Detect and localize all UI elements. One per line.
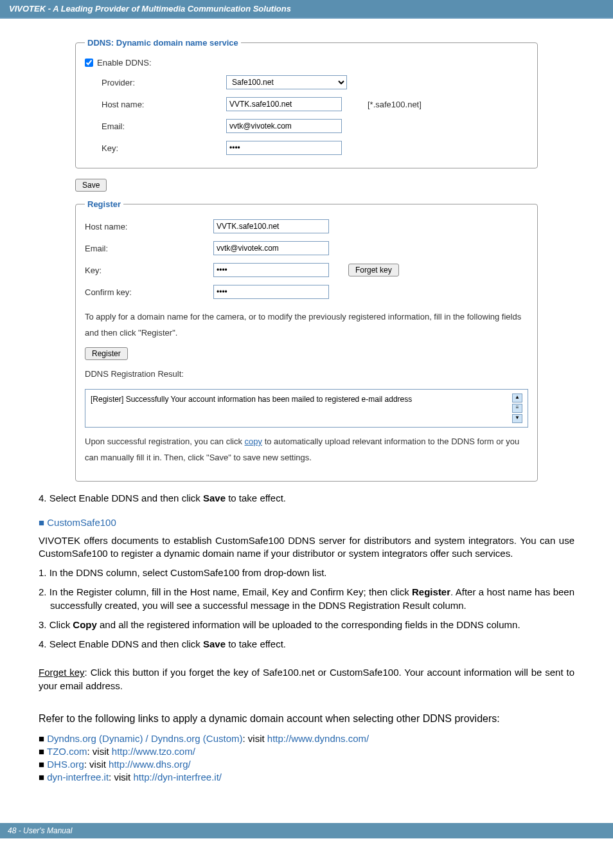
provider-item-dyninterfree: ■ dyn-interfree.it: visit http://dyn-int…	[39, 771, 574, 784]
provider-visit: : visit	[243, 733, 267, 744]
step3: 3. Click Copy and all the registered inf…	[39, 619, 574, 631]
step3b: and all the registered information will …	[97, 619, 520, 630]
email-label: Email:	[85, 122, 226, 131]
reg-email-input[interactable]	[213, 241, 329, 255]
hostname-label: Host name:	[85, 100, 226, 109]
provider-row: Provider: Safe100.net	[85, 71, 528, 93]
step4-top: 4. Select Enable DDNS and then click Sav…	[39, 492, 574, 505]
reg-confirm-input[interactable]	[213, 285, 329, 299]
reg-confirm-row: Confirm key:	[85, 281, 528, 303]
register-legend: Register	[85, 199, 123, 209]
forget-key-label: Forget key	[39, 667, 85, 678]
hostname-input[interactable]	[226, 97, 342, 111]
forget-key-button[interactable]: Forget key	[348, 264, 399, 276]
result-text: [Register] Successfully Your account inf…	[91, 393, 512, 405]
reg-email-label: Email:	[85, 244, 213, 253]
step4-end: to take effect.	[226, 493, 286, 503]
reg-hostname-label: Host name:	[85, 222, 213, 231]
reg-confirm-label: Confirm key:	[85, 287, 213, 297]
providers-list: ■ Dyndns.org (Dynamic) / Dyndns.org (Cus…	[39, 732, 574, 784]
reg-key-row: Key: Forget key	[85, 259, 528, 281]
result-scrollbar: ▲ ≡ ▼	[512, 393, 522, 423]
step4-save: Save	[203, 493, 226, 503]
page-footer: 48 - User's Manual	[0, 823, 613, 838]
provider-url[interactable]: http://www.dyndns.com/	[267, 733, 369, 744]
provider-url[interactable]: http://www.tzo.com/	[112, 746, 195, 757]
upon-text-a: Upon successful registration, you can cl…	[85, 437, 245, 446]
step3a: 3. Click	[39, 619, 73, 630]
ddns-legend: DDNS: Dynamic domain name service	[85, 38, 241, 48]
step4-top-a: 4. Select Enable DDNS and then click	[39, 493, 203, 503]
page-header-bar: VIVOTEK - A Leading Provider of Multimed…	[0, 0, 613, 17]
step1: 1. In the DDNS column, select CustomSafe…	[39, 566, 574, 579]
register-instruction: To apply for a domain name for the camer…	[85, 309, 528, 341]
step3-copy: Copy	[73, 619, 97, 630]
step4b-b: to take effect.	[226, 638, 286, 649]
provider-item-dhs: ■ DHS.org: visit http://www.dhs.org/	[39, 758, 574, 771]
hostname-suffix: [*.safe100.net]	[368, 100, 422, 109]
step2a: 2. In the Register column, fill in the H…	[39, 586, 412, 597]
provider-visit: : visit	[109, 772, 133, 782]
result-label: DDNS Registration Result:	[85, 366, 528, 383]
provider-item-tzo: ■ TZO.com: visit http://www.tzo.com/	[39, 745, 574, 758]
provider-name: dyn-interfree.it	[47, 772, 109, 782]
step2: 2. In the Register column, fill in the H…	[39, 586, 574, 612]
provider-label: Provider:	[85, 78, 226, 87]
upon-success-text: Upon successful registration, you can cl…	[85, 434, 528, 466]
provider-url[interactable]: http://www.dhs.org/	[109, 759, 191, 770]
header-divider	[0, 17, 613, 19]
step4b-save: Save	[203, 638, 226, 649]
scroll-grip-icon[interactable]: ≡	[512, 404, 522, 413]
step2-register: Register	[412, 586, 450, 597]
result-box: [Register] Successfully Your account inf…	[85, 389, 528, 428]
reg-key-label: Key:	[85, 266, 213, 275]
copy-link[interactable]: copy	[245, 437, 262, 446]
provider-name: TZO.com	[47, 746, 87, 757]
key-input[interactable]	[226, 141, 342, 155]
step4b-a: 4. Select Enable DDNS and then click	[39, 638, 203, 649]
register-fieldset: Register Host name: Email: Key: Forget k…	[75, 199, 538, 482]
customsafe-paragraph: VIVOTEK offers documents to establish Cu…	[39, 534, 574, 561]
hostname-row: Host name: [*.safe100.net]	[85, 93, 528, 115]
email-input[interactable]	[226, 119, 342, 133]
provider-visit: : visit	[87, 746, 111, 757]
reg-hostname-row: Host name:	[85, 215, 528, 237]
provider-name: DHS.org	[47, 759, 84, 770]
reg-key-input[interactable]	[213, 263, 329, 277]
provider-visit: : visit	[84, 759, 109, 770]
page-content: DDNS: Dynamic domain name service Enable…	[0, 38, 613, 797]
step4b: 4. Select Enable DDNS and then click Sav…	[39, 638, 574, 651]
footer-text: 48 - User's Manual	[8, 826, 72, 835]
reg-email-row: Email:	[85, 237, 528, 259]
provider-select[interactable]: Safe100.net	[226, 75, 347, 89]
enable-ddns-row: Enable DDNS:	[85, 54, 528, 71]
provider-url[interactable]: http://dyn-interfree.it/	[133, 772, 222, 782]
header-title: VIVOTEK - A Leading Provider of Multimed…	[9, 4, 291, 14]
email-row: Email:	[85, 115, 528, 137]
key-row: Key:	[85, 137, 528, 159]
save-button[interactable]: Save	[75, 179, 107, 192]
ddns-fieldset: DDNS: Dynamic domain name service Enable…	[75, 38, 538, 168]
register-button[interactable]: Register	[85, 347, 128, 360]
refer-links-intro: Refer to the following links to apply a …	[39, 712, 574, 726]
customsafe-heading: ■ CustomSafe100	[39, 517, 574, 528]
scroll-up-icon[interactable]: ▲	[512, 393, 522, 402]
provider-name: Dyndns.org (Dynamic) / Dyndns.org (Custo…	[47, 733, 242, 744]
key-label: Key:	[85, 143, 226, 153]
scroll-down-icon[interactable]: ▼	[512, 414, 522, 423]
forget-key-text: : Click this button if you forget the ke…	[39, 667, 574, 691]
forget-key-paragraph: Forget key: Click this button if you for…	[39, 666, 574, 692]
enable-ddns-checkbox[interactable]	[85, 59, 93, 67]
reg-hostname-input[interactable]	[213, 219, 329, 233]
ddns-ui-block: DDNS: Dynamic domain name service Enable…	[75, 38, 538, 482]
enable-ddns-label: Enable DDNS:	[97, 58, 152, 68]
provider-item-dyndns: ■ Dyndns.org (Dynamic) / Dyndns.org (Cus…	[39, 732, 574, 745]
